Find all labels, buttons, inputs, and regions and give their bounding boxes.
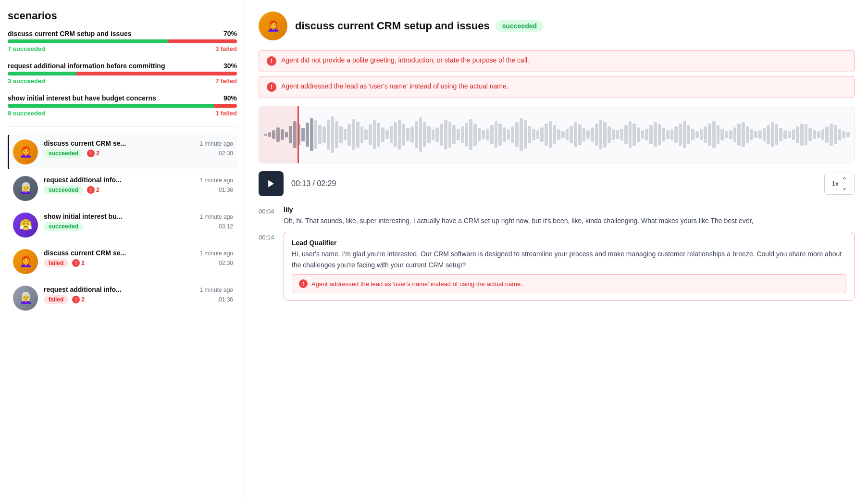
waveform-playhead	[298, 106, 299, 163]
waveform-bar	[482, 130, 485, 139]
list-item-time: 1 minute ago	[200, 250, 233, 257]
waveform-bar	[339, 126, 343, 144]
waveform-bar	[306, 123, 309, 146]
list-item-duration: 03:12	[219, 223, 233, 230]
waveform-bar	[796, 126, 799, 143]
waveform-played	[259, 106, 298, 163]
scenario-summary-header: request additional information before co…	[8, 62, 237, 70]
scenario-summary: show initial interest but have budget co…	[8, 94, 237, 117]
list-item-duration: 01:36	[219, 296, 233, 303]
scenario-summary-pct: 70%	[223, 30, 237, 38]
right-title: discuss current CRM setup and issues	[295, 20, 490, 32]
error-alert-icon: !	[267, 56, 276, 66]
waveform-bar	[725, 131, 728, 138]
time-display: 00:13 / 02:29	[291, 179, 817, 188]
current-time: 00:13	[291, 179, 310, 188]
list-item-time: 1 minute ago	[200, 287, 233, 293]
waveform-bar	[327, 120, 330, 150]
waveform-bar	[347, 124, 351, 146]
waveform-bar	[566, 129, 569, 141]
waveform-bar	[620, 129, 623, 141]
summaries-container: discuss current CRM setup and issues 70%…	[8, 30, 237, 117]
waveform-bar	[846, 132, 850, 137]
speed-control[interactable]: 1x ⌃⌄	[824, 173, 855, 195]
list-item-time: 1 minute ago	[200, 213, 233, 220]
status-badge: succeeded	[44, 149, 83, 158]
error-alert-icon: !	[267, 82, 276, 92]
waveform-bar	[737, 124, 741, 146]
list-item-meta: succeeded ! 2	[44, 186, 99, 194]
waveform-bar	[398, 120, 401, 150]
transcript-error-alert: ! Agent addressed the lead as 'user's na…	[292, 274, 846, 293]
waveform-bar	[712, 121, 716, 148]
waveform-bar	[390, 126, 393, 144]
waveform-bar	[507, 129, 510, 140]
waveform-bar	[717, 125, 720, 144]
waveform-bar	[540, 127, 544, 142]
transcript-container: 00:04 lily Oh, hi. That sounds, like, su…	[259, 206, 855, 304]
waveform-bar	[410, 126, 414, 143]
waveform-bar	[708, 124, 711, 146]
error-count: ! 2	[87, 186, 99, 194]
avatar: 👩‍🦳	[13, 286, 38, 311]
right-title-row: discuss current CRM setup and issues suc…	[295, 20, 855, 32]
waveform-bar	[553, 125, 557, 144]
progress-bar	[8, 72, 237, 75]
waveform-bar	[511, 126, 514, 143]
right-header: 👩‍🦰 discuss current CRM setup and issues…	[259, 12, 855, 40]
divider	[8, 126, 237, 127]
waveform-bar	[394, 122, 397, 147]
list-item-top: show initial interest bu... 1 minute ago	[44, 213, 233, 220]
list-item-name: discuss current CRM se...	[44, 249, 126, 257]
list-item-name: discuss current CRM se...	[44, 139, 126, 147]
right-panel: 👩‍🦰 discuss current CRM setup and issues…	[245, 0, 868, 502]
waveform-bar	[495, 121, 498, 148]
waveform-bar	[658, 124, 661, 145]
list-item[interactable]: 👩‍🦳 request additional info... 1 minute …	[8, 281, 237, 315]
waveform-bar	[490, 125, 494, 144]
waveform-bar	[629, 121, 632, 148]
list-item-top: request additional info... 1 minute ago	[44, 286, 233, 293]
waveform-bar	[310, 118, 313, 151]
list-item-time: 1 minute ago	[200, 140, 233, 147]
list-item-duration: 01:36	[219, 187, 233, 193]
error-count: ! 2	[72, 259, 85, 267]
waveform-bar	[583, 128, 586, 141]
status-badge: failed	[44, 295, 68, 304]
waveform-bar	[452, 125, 456, 144]
status-badge: failed	[44, 259, 68, 267]
waveform-bar	[670, 129, 674, 140]
waveform-bar	[435, 127, 439, 142]
waveform-bar	[746, 126, 749, 143]
waveform-bar	[599, 120, 603, 150]
list-item[interactable]: 😤 show initial interest bu... 1 minute a…	[8, 208, 237, 242]
waveform-bar	[637, 127, 640, 142]
avatar: 👩‍🦰	[13, 249, 38, 274]
waveform[interactable]	[259, 106, 855, 163]
play-button[interactable]	[259, 171, 284, 196]
waveform-bar	[754, 131, 757, 138]
waveform-bar	[318, 125, 322, 144]
scenario-counts: 7 succeeded 3 failed	[8, 45, 237, 52]
scenario-summary-pct: 30%	[223, 62, 237, 70]
waveform-bar	[729, 130, 732, 139]
avatar-icon: 😤	[19, 219, 32, 231]
waveform-bar	[838, 129, 841, 141]
list-item[interactable]: 👩‍🦰 discuss current CRM se... 1 minute a…	[8, 244, 237, 279]
waveform-bar	[834, 125, 837, 144]
waveform-bar	[758, 130, 762, 139]
error-icon: !	[72, 296, 80, 303]
waveform-bar	[532, 129, 535, 141]
scenario-summary-header: discuss current CRM setup and issues 70%	[8, 30, 237, 38]
transcript-speaker: lily	[284, 206, 855, 213]
waveform-bar	[335, 121, 338, 148]
waveform-bar	[700, 129, 703, 140]
right-header-info: discuss current CRM setup and issues suc…	[295, 20, 855, 32]
list-item[interactable]: 👩‍🦳 request additional info... 1 minute …	[8, 171, 237, 206]
list-item-content: discuss current CRM se... 1 minute ago s…	[44, 139, 233, 158]
waveform-bar	[775, 124, 779, 145]
avatar: 😤	[13, 213, 38, 238]
count-failed: 3 failed	[215, 45, 237, 52]
list-item[interactable]: 👩‍🦰 discuss current CRM se... 1 minute a…	[8, 135, 237, 169]
waveform-bar	[373, 120, 376, 149]
